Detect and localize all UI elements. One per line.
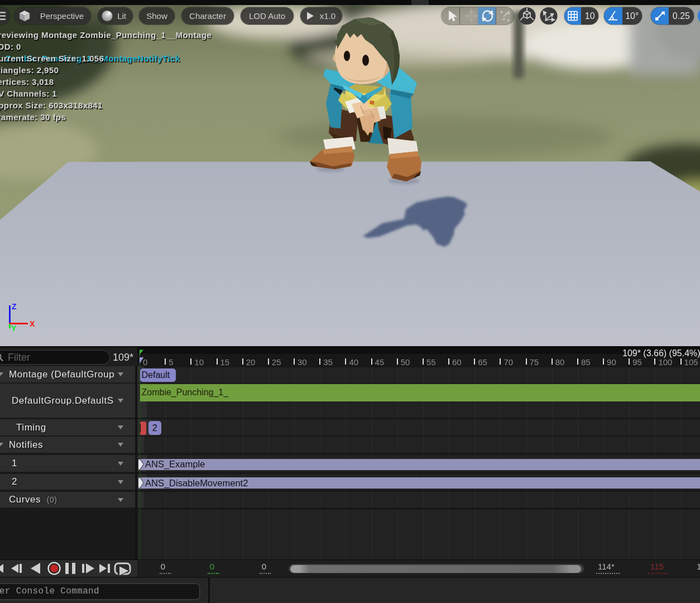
svg-text:Y: Y — [11, 324, 17, 333]
svg-text:Z: Z — [12, 302, 17, 311]
svg-text:X: X — [30, 319, 35, 328]
